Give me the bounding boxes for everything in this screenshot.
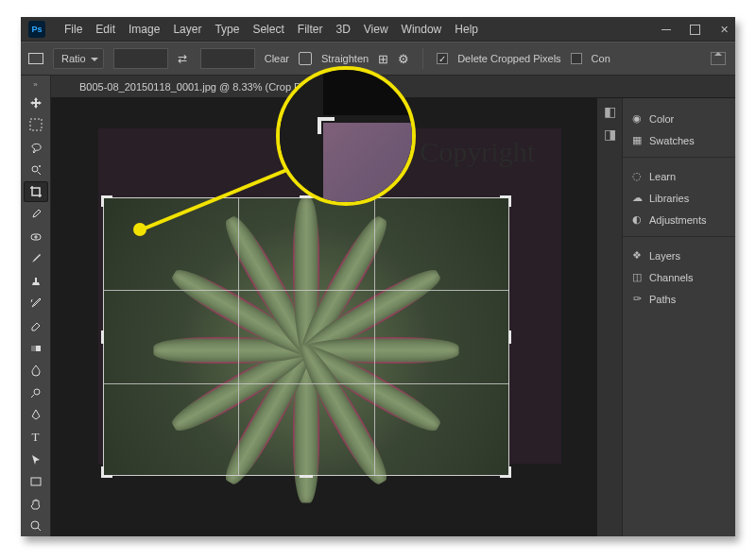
swatches-panel-label: Swatches [649,135,695,146]
crop-handle-top-left[interactable] [101,195,114,209]
menu-edit[interactable]: Edit [95,23,115,36]
history-brush-tool[interactable] [24,294,48,314]
channels-panel-label: Channels [649,272,693,283]
app-logo: Ps [28,21,45,38]
crop-preset-icon[interactable] [28,53,43,64]
layers-panel-label: Layers [649,250,680,262]
history-panel-icon[interactable]: ◧ [604,104,616,119]
paths-panel-tab[interactable]: ✑Paths [623,288,735,310]
crop-handle-bottom-left[interactable] [101,465,114,478]
panel-group-color: ◉Color ▦Swatches [623,104,735,158]
toolbar-collapse-icon[interactable]: » [21,79,50,91]
window-minimize-button[interactable] [662,29,673,30]
zoom-tool[interactable] [24,516,48,536]
crop-handle-left[interactable] [101,330,114,344]
crop-handle-bottom-right[interactable] [498,465,511,478]
quick-select-tool[interactable] [24,160,48,180]
eraser-tool[interactable] [24,315,48,336]
crop-height-input[interactable] [200,48,255,69]
properties-panel-icon[interactable]: ◨ [604,127,616,142]
clone-stamp-tool[interactable] [24,271,48,292]
rectangle-tool[interactable] [24,471,48,492]
learn-icon: ◌ [630,170,644,182]
panel-group-learn: ◌Learn ☁Libraries ◐Adjustments [623,161,735,237]
libraries-panel-label: Libraries [649,193,689,204]
swatches-panel-tab[interactable]: ▦Swatches [623,129,735,151]
adjustments-panel-tab[interactable]: ◐Adjustments [623,209,735,230]
move-tool[interactable] [24,93,48,113]
crop-preview-image [103,197,509,476]
color-icon: ◉ [630,112,644,125]
menu-type[interactable]: Type [215,23,239,36]
callout-anchor-dot [133,223,146,236]
menu-window[interactable]: Window [402,23,442,36]
svg-line-9 [140,169,289,230]
libraries-icon: ☁ [630,192,644,204]
libraries-panel-tab[interactable]: ☁Libraries [623,187,735,209]
channels-panel-tab[interactable]: ◫Channels [623,266,735,288]
adjustments-icon: ◐ [630,213,644,226]
type-tool[interactable]: T [24,427,48,448]
overlay-grid-icon[interactable]: ⊞ [378,52,388,66]
brush-tool[interactable] [24,248,48,269]
crop-width-input[interactable] [113,48,168,69]
ratio-mode-label: Ratio [61,53,86,64]
dodge-tool[interactable] [24,382,48,403]
blur-tool[interactable] [24,360,48,381]
lasso-tool[interactable] [24,137,48,158]
crop-options-gear-icon[interactable]: ⚙ [398,52,409,66]
menu-filter[interactable]: Filter [298,23,323,36]
color-panel-tab[interactable]: ◉Color [623,108,735,129]
delete-cropped-label: Delete Cropped Pixels [457,53,560,64]
delete-cropped-checkbox[interactable]: ✓ [437,53,448,64]
clear-button[interactable]: Clear [265,53,289,64]
gradient-tool[interactable] [24,338,48,359]
menu-bar: Ps File Edit Image Layer Type Select Fil… [21,17,735,42]
channels-icon: ◫ [630,271,644,283]
layers-panel-tab[interactable]: ❖Layers [623,245,735,266]
magnifier-callout [276,66,416,206]
menu-3d[interactable]: 3D [335,23,350,36]
menu-file[interactable]: File [64,23,82,36]
window-close-button[interactable] [718,24,730,36]
svg-point-8 [31,521,39,529]
svg-rect-0 [30,119,42,130]
menu-image[interactable]: Image [129,23,160,36]
healing-brush-tool[interactable] [24,227,48,247]
straighten-icon[interactable] [299,52,312,65]
share-icon[interactable] [711,52,726,65]
magnified-crop-handle-icon [318,117,338,138]
crop-box[interactable] [103,197,509,476]
menu-view[interactable]: View [364,23,388,36]
crop-tool[interactable] [24,181,48,202]
window-maximize-button[interactable] [690,25,701,35]
swap-dimensions-icon[interactable] [178,52,191,65]
learn-panel-tab[interactable]: ◌Learn [623,165,735,187]
eyedropper-tool[interactable] [24,204,48,225]
right-panels: ◉Color ▦Swatches ◌Learn ☁Libraries ◐Adju… [622,98,735,536]
hand-tool[interactable] [24,494,48,515]
crop-handle-bottom[interactable] [300,465,313,478]
learn-panel-label: Learn [649,171,676,182]
menu-help[interactable]: Help [455,23,478,36]
options-bar: Ratio Clear Straighten ⊞ ⚙ ✓ Delete Crop… [21,42,735,76]
tools-panel: » T [21,76,51,536]
paths-icon: ✑ [630,293,644,305]
collapsed-panel-strip: ◧ ◨ [597,98,622,142]
path-select-tool[interactable] [24,449,48,470]
svg-point-6 [34,389,40,395]
layers-icon: ❖ [630,249,644,262]
marquee-tool[interactable] [24,115,48,136]
menu-layer[interactable]: Layer [173,23,201,36]
crop-handle-top[interactable] [300,195,313,209]
pen-tool[interactable] [24,405,48,426]
ratio-mode-dropdown[interactable]: Ratio [53,48,104,69]
content-aware-label: Con [592,53,610,64]
color-panel-label: Color [649,113,674,125]
straighten-button[interactable]: Straighten [321,53,369,64]
crop-handle-top-right[interactable] [498,195,511,209]
crop-handle-right[interactable] [498,330,511,344]
panel-group-layers: ❖Layers ◫Channels ✑Paths [623,241,735,315]
content-aware-checkbox[interactable]: ✓ [571,53,582,64]
menu-select[interactable]: Select [252,23,284,36]
